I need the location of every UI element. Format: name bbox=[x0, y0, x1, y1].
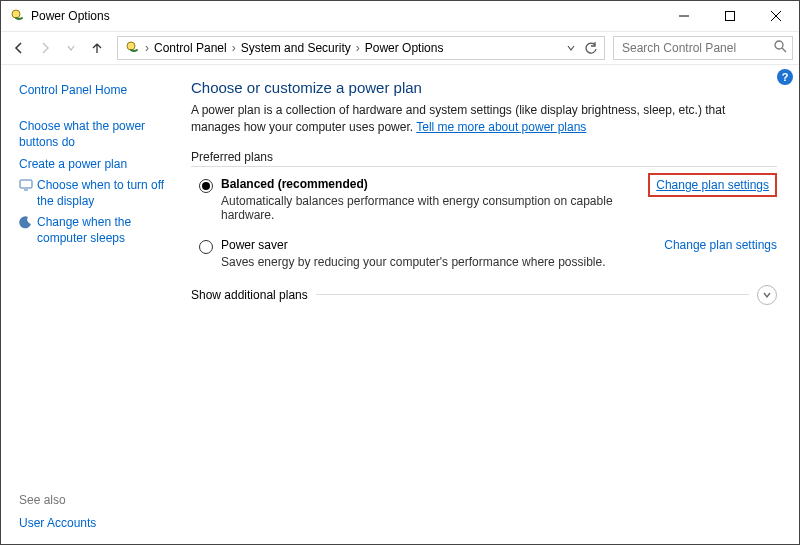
show-additional-plans-row[interactable]: Show additional plans bbox=[191, 285, 777, 305]
tell-me-more-link[interactable]: Tell me more about power plans bbox=[416, 120, 586, 134]
recent-locations-dropdown[interactable] bbox=[59, 36, 83, 60]
svg-rect-1 bbox=[726, 12, 735, 21]
sidebar: Control Panel Home Choose what the power… bbox=[1, 65, 181, 544]
breadcrumb-item[interactable]: Power Options bbox=[361, 41, 448, 55]
search-icon[interactable] bbox=[774, 40, 787, 56]
main-content: ? Choose or customize a power plan A pow… bbox=[181, 65, 799, 544]
refresh-button[interactable] bbox=[580, 36, 602, 60]
sidebar-link[interactable]: Choose what the power buttons do bbox=[19, 118, 169, 150]
sidebar-link[interactable]: Create a power plan bbox=[19, 156, 173, 172]
divider bbox=[191, 166, 777, 167]
change-plan-settings-link[interactable]: Change plan settings bbox=[664, 238, 777, 252]
power-plan-row: Balanced (recommended) Automatically bal… bbox=[199, 177, 777, 222]
power-plan-row: Power saver Saves energy by reducing you… bbox=[199, 238, 777, 269]
plan-radio[interactable] bbox=[199, 179, 213, 193]
navigation-bar: › Control Panel › System and Security › … bbox=[1, 32, 799, 65]
minimize-button[interactable] bbox=[661, 1, 707, 31]
sleep-icon bbox=[19, 215, 33, 229]
svg-point-2 bbox=[127, 42, 135, 50]
back-button[interactable] bbox=[7, 36, 31, 60]
svg-rect-4 bbox=[20, 180, 32, 188]
display-icon bbox=[19, 178, 33, 192]
see-also-link[interactable]: User Accounts bbox=[19, 515, 173, 531]
plan-description: Automatically balances performance with … bbox=[221, 194, 628, 222]
power-options-icon bbox=[9, 8, 25, 24]
sidebar-link[interactable]: Change when the computer sleeps bbox=[37, 214, 173, 246]
close-button[interactable] bbox=[753, 1, 799, 31]
show-additional-plans-label: Show additional plans bbox=[191, 288, 308, 302]
expand-button[interactable] bbox=[757, 285, 777, 305]
sidebar-link[interactable]: Choose when to turn off the display bbox=[37, 177, 173, 209]
page-description: A power plan is a collection of hardware… bbox=[191, 102, 777, 136]
page-title: Choose or customize a power plan bbox=[191, 79, 777, 96]
search-box[interactable] bbox=[613, 36, 793, 60]
plan-name: Power saver bbox=[221, 238, 644, 252]
forward-button[interactable] bbox=[33, 36, 57, 60]
svg-point-3 bbox=[775, 41, 783, 49]
see-also-label: See also bbox=[19, 493, 173, 507]
window-title: Power Options bbox=[31, 9, 110, 23]
maximize-button[interactable] bbox=[707, 1, 753, 31]
plan-description: Saves energy by reducing your computer's… bbox=[221, 255, 644, 269]
chevron-down-icon bbox=[762, 290, 772, 300]
control-panel-home-link[interactable]: Control Panel Home bbox=[19, 82, 173, 98]
breadcrumb-bar[interactable]: › Control Panel › System and Security › … bbox=[117, 36, 605, 60]
breadcrumb-item[interactable]: Control Panel bbox=[150, 41, 231, 55]
search-input[interactable] bbox=[620, 40, 774, 56]
svg-point-0 bbox=[12, 10, 20, 18]
plan-radio[interactable] bbox=[199, 240, 213, 254]
address-dropdown-button[interactable] bbox=[562, 36, 580, 60]
preferred-plans-label: Preferred plans bbox=[191, 150, 777, 164]
change-plan-settings-link[interactable]: Change plan settings bbox=[648, 173, 777, 197]
divider bbox=[316, 294, 749, 295]
up-button[interactable] bbox=[85, 36, 109, 60]
help-icon[interactable]: ? bbox=[777, 69, 793, 85]
breadcrumb-item[interactable]: System and Security bbox=[237, 41, 355, 55]
plan-name: Balanced (recommended) bbox=[221, 177, 628, 191]
power-options-icon bbox=[124, 40, 140, 56]
titlebar: Power Options bbox=[1, 1, 799, 32]
